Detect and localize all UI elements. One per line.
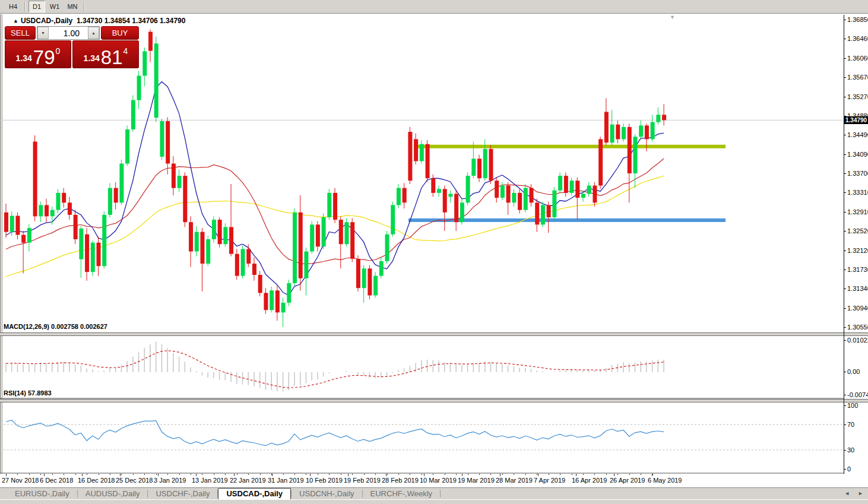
- macd-axis-tick: [844, 372, 846, 372]
- price-axis-tick: [844, 154, 846, 155]
- rsi-axis-label: 70: [847, 421, 854, 428]
- date-axis-label: 3 Jan 2019: [154, 477, 186, 484]
- chart-tab-usdcnh[interactable]: USDCNH-,Daily: [292, 489, 362, 499]
- volume-increase-icon[interactable]: ▲: [88, 27, 99, 39]
- date-axis-minor-tick: [318, 474, 318, 475]
- rsi-axis-tick: [844, 450, 846, 451]
- price-axis-tick: [844, 308, 846, 309]
- price-axis-label: 1.35670: [847, 74, 868, 81]
- price-axis-label: 1.32910: [847, 208, 868, 215]
- price-axis-tick: [844, 39, 846, 39]
- volume-stepper: ▼ ▲: [37, 26, 100, 40]
- date-axis-minor-tick: [110, 474, 110, 475]
- price-axis-label: 1.36460: [847, 35, 868, 42]
- date-axis-minor-tick: [606, 474, 607, 475]
- tab-scroll-right-icon[interactable]: ►: [858, 490, 863, 496]
- date-axis-minor-tick: [456, 474, 457, 475]
- date-axis-minor-tick: [17, 474, 18, 475]
- price-axis-label: 1.36060: [847, 55, 868, 62]
- rsi-axis-label: 0: [847, 465, 851, 473]
- volume-input[interactable]: [49, 27, 88, 39]
- macd-axis-tick: [844, 395, 846, 395]
- date-axis-minor-tick: [445, 474, 445, 475]
- volume-decrease-icon[interactable]: ▼: [37, 27, 49, 39]
- rsi-plot[interactable]: [0, 402, 844, 474]
- date-axis-label: 31 Jan 2019: [268, 477, 304, 484]
- toolbar-separator: [84, 2, 85, 11]
- date-axis-minor-tick: [40, 474, 41, 475]
- date-axis-minor-tick: [248, 474, 249, 475]
- price-axis-tick: [844, 135, 846, 135]
- price-axis-label: 1.30550: [847, 324, 868, 331]
- sell-price-tile[interactable]: 1.34 79 0: [5, 40, 71, 68]
- price-axis-tick: [844, 231, 846, 232]
- date-axis-minor-tick: [6, 474, 7, 475]
- date-axis-minor-tick: [387, 474, 388, 475]
- sell-price-sup: 0: [56, 46, 61, 56]
- date-axis-minor-tick: [144, 474, 145, 475]
- date-axis-minor-tick: [375, 474, 376, 475]
- date-axis-label: 16 Apr 2019: [572, 477, 607, 484]
- date-axis: 27 Nov 20186 Dec 201816 Dec 201825 Dec 2…: [0, 474, 868, 487]
- date-axis-tick: [348, 474, 349, 476]
- date-axis-tick: [120, 474, 121, 476]
- date-axis-minor-tick: [398, 474, 399, 475]
- chart-tab-eurusd[interactable]: EURUSD-,Daily: [7, 489, 77, 499]
- date-axis-label: 25 Dec 2018: [116, 477, 153, 484]
- date-axis-label: 28 Feb 2019: [382, 477, 419, 484]
- chart-tab-usdchf[interactable]: USDCHF-,Daily: [148, 489, 217, 499]
- date-axis-minor-tick: [433, 474, 433, 475]
- sell-button[interactable]: SELL: [5, 26, 36, 40]
- rsi-axis-label: 30: [847, 446, 854, 454]
- tab-separator: [440, 490, 441, 497]
- date-axis-tick: [386, 474, 387, 476]
- one-click-trade-panel: SELL ▼ ▲ BUY 1.34 79 0 1.34 81 4: [5, 26, 139, 68]
- price-axis-tick: [844, 97, 846, 97]
- price-axis-label: 1.35270: [847, 93, 868, 100]
- date-axis-minor-tick: [525, 474, 526, 475]
- date-axis-minor-tick: [87, 474, 87, 475]
- price-axis-border: [844, 15, 844, 487]
- date-axis-minor-tick: [583, 474, 584, 475]
- price-axis-label: 1.31730: [847, 266, 868, 273]
- rsi-axis-label: 100: [847, 402, 858, 409]
- date-axis-minor-tick: [364, 474, 365, 475]
- buy-button[interactable]: BUY: [101, 26, 139, 40]
- date-axis-label: 19 Feb 2019: [344, 477, 381, 484]
- date-axis-minor-tick: [121, 474, 122, 475]
- timeframe-button-h4[interactable]: H4: [5, 1, 21, 12]
- timeframe-button-w1[interactable]: W1: [46, 1, 63, 12]
- date-axis-label: 28 Mar 2019: [496, 477, 533, 484]
- date-axis-minor-tick: [225, 474, 226, 475]
- date-axis-minor-tick: [283, 474, 284, 475]
- date-axis-minor-tick: [306, 474, 306, 475]
- timeframe-button-d1[interactable]: D1: [28, 1, 45, 12]
- chart-tab-usdcad[interactable]: USDCAD-,Daily: [218, 488, 291, 500]
- date-axis-minor-tick: [29, 474, 30, 475]
- date-axis-minor-tick: [549, 474, 549, 475]
- current-price-badge: 1.34790: [844, 116, 868, 124]
- tab-scroll-left-icon[interactable]: ◄: [844, 490, 850, 496]
- chart-tab-eurchf[interactable]: EURCHF-,Weekly: [363, 489, 441, 499]
- buy-price-tile[interactable]: 1.34 81 4: [72, 40, 139, 68]
- date-axis-label: 10 Mar 2019: [420, 477, 457, 484]
- date-axis-tick: [82, 474, 83, 476]
- price-axis-label: 1.34490: [847, 131, 868, 138]
- macd-plot[interactable]: [0, 336, 844, 399]
- date-axis-tick: [424, 474, 425, 476]
- price-axis-label: 1.30940: [847, 305, 868, 312]
- date-axis-minor-tick: [52, 474, 53, 475]
- macd-axis-label: 0.00: [847, 368, 860, 375]
- date-axis-minor-tick: [422, 474, 422, 475]
- buy-price-big: 81: [101, 49, 123, 66]
- date-axis-minor-tick: [594, 474, 595, 475]
- sell-price-big: 79: [33, 49, 55, 66]
- mt4-window: H4D1W1MN ▲USDCAD-,Daily 1.34730 1.34854 …: [0, 0, 868, 504]
- price-axis-tick: [844, 173, 846, 174]
- chart-tab-audusd[interactable]: AUDUSD-,Daily: [78, 489, 148, 499]
- chart-window: ▲USDCAD-,Daily 1.34730 1.34854 1.34706 1…: [0, 14, 868, 504]
- timeframe-button-mn[interactable]: MN: [64, 1, 81, 12]
- date-axis-minor-tick: [237, 474, 237, 475]
- macd-axis-tick: [844, 340, 846, 341]
- date-axis-minor-tick: [652, 474, 653, 475]
